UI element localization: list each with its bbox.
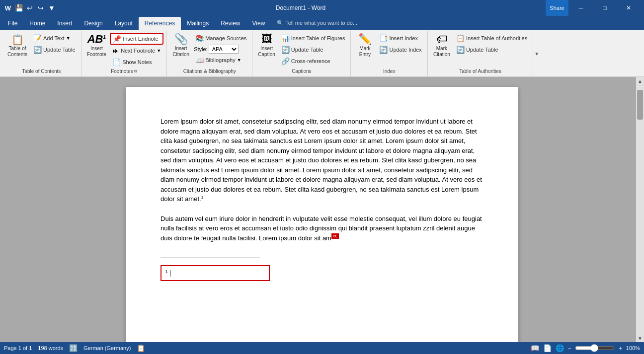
document-page[interactable]: Lorem ipsum dolor sit amet, consetetur s… [126,87,518,342]
next-footnote-button[interactable]: ⏭ Next Footnote ▼ [110,45,163,56]
update-index-button[interactable]: 🔄 Update Index [377,44,424,55]
zoom-in-button[interactable]: + [619,345,622,351]
tab-design[interactable]: Design [78,17,108,30]
insert-table-figures-label: Insert Table of Figures [291,35,345,41]
update-index-icon: 🔄 [379,46,388,54]
ribbon-group-footnotes: AB1 InsertFootnote 📌 Insert Endnote ⏭ Ne… [81,31,167,76]
save-icon[interactable]: 💾 [15,4,23,12]
toc-small-stack: 📝 Add Text ▼ 🔄 Update Table [31,32,78,55]
minimize-button[interactable]: ─ [569,0,592,16]
next-footnote-label: Next Footnote [121,48,155,54]
add-text-arrow: ▼ [66,36,71,41]
ribbon-group-index: ✏️ MarkEntry 📑 Insert Index 🔄 Update Ind… [351,31,427,76]
scroll-down-button[interactable]: ▼ [636,334,644,342]
close-button[interactable]: ✕ [617,0,640,16]
insert-footnote-button[interactable]: AB1 InsertFootnote [84,32,109,60]
update-index-label: Update Index [389,47,421,53]
update-table-authorities-icon: 🔄 [456,46,465,54]
tab-references[interactable]: References [139,17,181,30]
tab-review[interactable]: Review [215,17,246,30]
footnote-ref-1: 1 [201,195,203,200]
scroll-track[interactable] [636,85,644,334]
show-notes-button[interactable]: 📄 Show Notes [110,57,163,68]
ribbon-scroll[interactable]: ▼ [533,31,540,76]
tab-help[interactable]: 🔍 Tell me what you want to do... [271,17,363,30]
insert-table-figures-icon: 📊 [281,34,290,42]
next-footnote-icon: ⏭ [112,47,119,55]
insert-citation-button[interactable]: 📎 InsertCitation [170,32,192,60]
paragraph-1-text: Lorem ipsum dolor sit amet, consetetur s… [161,118,482,203]
index-group-label: Index [354,68,424,75]
ribbon-tabs: File Home Insert Design Layout Reference… [0,16,644,30]
redo-icon[interactable]: ↪ [37,4,45,12]
tab-mailings[interactable]: Mailings [181,17,215,30]
insert-table-figures-button[interactable]: 📊 Insert Table of Figures [279,33,348,44]
tab-layout[interactable]: Layout [109,17,139,30]
authorities-small-stack: 📋 Insert Table of Authorities 🔄 Update T… [454,32,530,55]
undo-icon[interactable]: ↩ [26,4,34,12]
next-footnote-arrow: ▼ [157,48,161,53]
ribbon-group-toc: 📋 Table ofContents 📝 Add Text ▼ 🔄 Update… [2,31,81,76]
scroll-up-button[interactable]: ▲ [636,77,644,85]
footnotes-dialog-launcher[interactable]: ⧉ [134,69,137,74]
cross-reference-button[interactable]: 🔗 Cross-reference [279,56,348,67]
insert-caption-icon: 🖼 [261,34,272,45]
toc-icon: 📋 [11,34,24,46]
status-right: 📖 📄 🌐 − + 100% [531,344,640,352]
window-controls: Share ─ □ ✕ [546,0,640,16]
scroll-thumb[interactable] [637,90,643,120]
insert-citation-label: InsertCitation [172,46,189,58]
update-table-toc-button[interactable]: 🔄 Update Table [31,44,78,55]
citations-group-content: 📎 InsertCitation 📚 Manage Sources Style:… [170,32,249,68]
document-scrollbar[interactable]: ▲ ▼ [636,77,644,342]
mark-entry-icon: ✏️ [358,34,372,45]
update-table-authorities-button[interactable]: 🔄 Update Table [454,44,530,55]
zoom-slider[interactable] [575,344,615,352]
mark-citation-button[interactable]: 🏷 MarkCitation [431,32,453,60]
manage-sources-button[interactable]: 📚 Manage Sources [193,33,249,44]
insert-caption-button[interactable]: 🖼 InsertCaption [255,32,277,60]
status-icon-2[interactable]: 📋 [137,344,145,352]
insert-footnote-icon: AB1 [87,34,106,45]
style-row: Style: APA MLA Chicago [193,44,249,54]
insert-index-icon: 📑 [379,34,388,42]
language[interactable]: German (Germany) [83,345,131,351]
mark-entry-button[interactable]: ✏️ MarkEntry [354,32,376,60]
toc-label: Table ofContents [7,46,27,58]
ribbon-scroll-down[interactable]: ▼ [534,51,539,57]
add-text-button[interactable]: 📝 Add Text ▼ [31,33,78,44]
view-mode-print[interactable]: 📄 [543,344,552,352]
tab-home[interactable]: Home [23,17,51,30]
cross-reference-icon: 🔗 [281,57,290,65]
bibliography-button[interactable]: 📖 Bibliography ▼ [193,55,249,66]
table-of-contents-button[interactable]: 📋 Table ofContents [5,32,30,60]
word-count: 198 words [38,345,63,351]
ribbon: 📋 Table ofContents 📝 Add Text ▼ 🔄 Update… [0,30,644,77]
view-mode-read[interactable]: 📖 [531,344,539,352]
document-area: Lorem ipsum dolor sit amet, consetetur s… [0,77,644,342]
view-mode-web[interactable]: 🌐 [556,344,564,352]
tab-insert[interactable]: Insert [51,17,78,30]
update-table-captions-button[interactable]: 🔄 Update Table [279,44,348,55]
tab-view[interactable]: View [246,17,271,30]
tab-file[interactable]: File [2,17,23,30]
zoom-out-button[interactable]: − [568,345,571,351]
insert-table-authorities-button[interactable]: 📋 Insert Table of Authorities [454,33,530,44]
captions-group-label: Captions [255,68,347,75]
footnote-box[interactable]: 1 [161,265,270,281]
share-button[interactable]: Share [546,0,568,16]
insert-endnote-button[interactable]: 📌 Insert Endnote [110,33,163,45]
manage-sources-icon: 📚 [195,34,204,42]
footnote-cursor [170,270,170,277]
authorities-group-content: 🏷 MarkCitation 📋 Insert Table of Authori… [431,32,530,68]
ribbon-group-citations: 📎 InsertCitation 📚 Manage Sources Style:… [167,31,252,76]
update-table-captions-icon: 🔄 [281,46,290,54]
insert-index-button[interactable]: 📑 Insert Index [377,33,424,44]
customize-icon[interactable]: ▼ [48,4,56,12]
maximize-button[interactable]: □ [593,0,616,16]
captions-group-content: 🖼 InsertCaption 📊 Insert Table of Figure… [255,32,347,68]
status-icon-1[interactable]: 🔠 [69,344,78,352]
manage-sources-label: Manage Sources [205,35,246,41]
word-logo-icon: W [4,4,12,12]
style-select[interactable]: APA MLA Chicago [209,45,239,54]
